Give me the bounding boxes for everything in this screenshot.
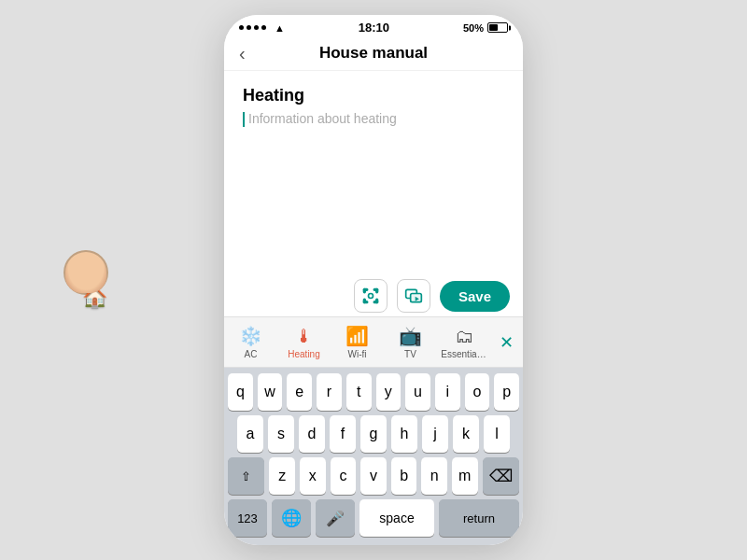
svg-rect-5	[376, 289, 378, 293]
category-heating[interactable]: 🌡 Heating	[277, 321, 331, 363]
key-m[interactable]: m	[452, 457, 478, 495]
status-bar: ▲ 18:10 50%	[224, 15, 523, 38]
key-t[interactable]: t	[346, 373, 372, 411]
svg-rect-6	[363, 299, 365, 302]
key-z[interactable]: z	[269, 457, 295, 495]
toolbar-row: Save	[224, 273, 523, 316]
category-close-button[interactable]: ✕	[490, 329, 523, 357]
key-q[interactable]: q	[228, 373, 253, 411]
keyboard-row-2: a s d f g h j k l	[228, 415, 519, 453]
wifi-label: Wi-fi	[348, 349, 367, 359]
text-cursor	[243, 112, 245, 127]
avatar-area: 🏠	[63, 250, 108, 310]
phone-frame: ▲ 18:10 50% ‹ House manual Heating Infor…	[224, 15, 523, 545]
camera-scan-button[interactable]	[354, 279, 388, 313]
category-wifi[interactable]: 📶 Wi-fi	[331, 321, 384, 363]
key-l[interactable]: l	[484, 415, 510, 453]
save-button[interactable]: Save	[440, 281, 510, 312]
avatar	[63, 250, 108, 295]
key-microphone[interactable]: 🎤	[316, 499, 355, 537]
signal-dot-3	[254, 25, 259, 30]
key-h[interactable]: h	[391, 415, 417, 453]
tv-label: TV	[404, 349, 416, 359]
key-e[interactable]: e	[287, 373, 312, 411]
signal-dot-1	[239, 25, 244, 30]
key-x[interactable]: x	[300, 457, 326, 495]
heating-label: Heating	[288, 349, 319, 359]
essentials-icon: 🗂	[455, 325, 473, 347]
media-button[interactable]	[397, 279, 430, 313]
signal-area: ▲	[239, 22, 285, 34]
key-return[interactable]: return	[439, 499, 519, 537]
wifi-icon: ▲	[275, 22, 285, 34]
key-f[interactable]: f	[330, 415, 356, 453]
category-bar: ❄️ AC 🌡 Heating 📶 Wi-fi 📺 TV 🗂 Essentia……	[224, 316, 523, 368]
essentials-label: Essentia…	[441, 349, 486, 359]
key-space[interactable]: space	[359, 499, 434, 537]
key-i[interactable]: i	[435, 373, 460, 411]
signal-dot-4	[261, 25, 266, 30]
status-time: 18:10	[359, 21, 389, 35]
signal-dot-2	[247, 25, 251, 30]
key-g[interactable]: g	[360, 415, 387, 453]
content-area: Heating Information about heating	[224, 71, 523, 273]
key-p[interactable]: p	[494, 373, 519, 411]
keyboard-row-1: q w e r t y u i o p	[228, 373, 519, 411]
key-w[interactable]: w	[258, 373, 283, 411]
battery-area: 50%	[463, 22, 508, 34]
key-b[interactable]: b	[391, 457, 417, 495]
key-a[interactable]: a	[237, 415, 263, 453]
key-y[interactable]: y	[376, 373, 402, 411]
key-c[interactable]: c	[331, 457, 357, 495]
ac-icon: ❄️	[239, 325, 262, 347]
key-globe[interactable]: 🌐	[272, 499, 311, 537]
text-input-area[interactable]: Information about heating	[243, 111, 504, 127]
section-title: Heating	[243, 86, 504, 105]
battery-fill	[489, 24, 498, 31]
key-d[interactable]: d	[299, 415, 325, 453]
heating-icon: 🌡	[295, 325, 314, 347]
key-n[interactable]: n	[421, 457, 447, 495]
category-ac[interactable]: ❄️ AC	[224, 321, 277, 363]
key-delete[interactable]: ⌫	[483, 457, 519, 495]
back-button[interactable]: ‹	[239, 44, 246, 63]
key-numbers[interactable]: 123	[228, 499, 267, 537]
key-o[interactable]: o	[465, 373, 490, 411]
svg-rect-7	[376, 299, 378, 302]
wifi-cat-icon: 📶	[345, 325, 369, 347]
key-k[interactable]: k	[453, 415, 479, 453]
svg-point-8	[368, 294, 373, 299]
category-tv[interactable]: 📺 TV	[384, 321, 437, 363]
battery-percent: 50%	[463, 22, 484, 34]
page-title: House manual	[319, 44, 428, 63]
key-v[interactable]: v	[360, 457, 387, 495]
keyboard-row-bottom: 123 🌐 🎤 space return	[228, 499, 519, 537]
battery-icon	[487, 22, 508, 33]
key-j[interactable]: j	[422, 415, 448, 453]
category-essentials[interactable]: 🗂 Essentia…	[437, 321, 490, 363]
content-placeholder: Information about heating	[248, 111, 397, 126]
nav-bar: ‹ House manual	[224, 38, 523, 71]
svg-rect-4	[363, 289, 365, 293]
avatar-face	[65, 252, 106, 293]
key-s[interactable]: s	[268, 415, 294, 453]
keyboard-row-3: ⇧ z x c v b n m ⌫	[228, 457, 519, 495]
key-shift[interactable]: ⇧	[228, 457, 264, 495]
tv-icon: 📺	[399, 325, 422, 347]
key-r[interactable]: r	[317, 373, 342, 411]
key-u[interactable]: u	[405, 373, 430, 411]
keyboard: q w e r t y u i o p a s d f g h j k	[224, 368, 523, 545]
ac-label: AC	[245, 349, 258, 359]
